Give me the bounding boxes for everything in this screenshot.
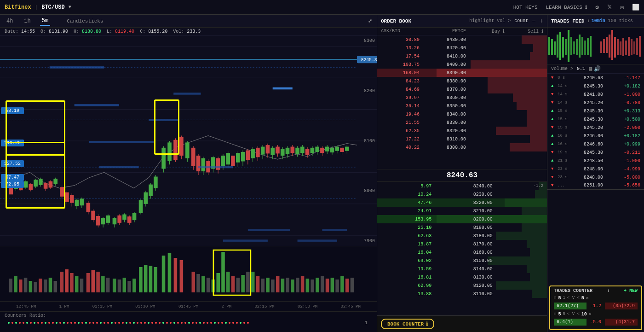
tf-age: 14 s (558, 92, 582, 97)
ratio-dot (184, 322, 186, 324)
svg-rect-171 (70, 273, 74, 292)
ratio-value: 1 (365, 320, 368, 326)
price-box-119: 119.22 (1, 140, 24, 146)
svg-rect-173 (80, 279, 84, 292)
ob-ask-price: 8390.00 (420, 70, 466, 76)
tf-dir-icon: ▼ (551, 150, 556, 155)
svg-rect-143 (345, 147, 349, 151)
svg-rect-237 (579, 35, 581, 58)
svg-rect-247 (614, 37, 616, 58)
ob-ask-vol: 13.26 (381, 46, 420, 51)
svg-rect-249 (620, 41, 621, 55)
svg-rect-73 (167, 142, 172, 161)
svg-rect-163 (29, 281, 33, 292)
tf-age: 15 s (558, 125, 582, 130)
ob-ask-row: 84.69 8370.00 (377, 85, 547, 93)
nav-learn-basics[interactable]: LEARN BASICS ℹ (546, 4, 587, 10)
svg-rect-215 (301, 276, 305, 292)
svg-rect-180 (118, 280, 121, 292)
ob-bid-vol: 24.91 (381, 209, 431, 214)
ratio-dot (225, 322, 227, 324)
ob-ask-price: 8420.00 (420, 46, 466, 51)
svg-rect-129 (310, 148, 315, 153)
tc-red-val-1: (35)72.9 (605, 303, 638, 309)
ob-ask-row: 40.22 8300.00 (377, 143, 547, 151)
tf-ticks: 100 ticks (608, 18, 633, 23)
svg-rect-29 (49, 181, 53, 188)
ob-bid-row: 153.95 8200.00 (377, 215, 547, 223)
svg-rect-226 (548, 37, 550, 55)
svg-rect-197 (216, 273, 220, 292)
ob-ask-vol: 84.69 (381, 87, 420, 92)
ratio-dot (148, 322, 150, 324)
ob-plus-btn[interactable]: + (540, 18, 543, 24)
tc-m2: m (554, 312, 556, 316)
svg-rect-148 (149, 119, 178, 121)
svg-rect-151 (223, 239, 268, 242)
nav-dropdown-arrow[interactable]: ▼ (69, 5, 71, 10)
expand-icon[interactable]: ⤢ (368, 18, 372, 24)
tf-trades-list: ▼ 8 s 8240.63 -1.147 ▲ 14 s 8245.30 +0.1… (547, 74, 644, 284)
tc-green-val-1: 62.1(27) (554, 303, 586, 309)
gear-icon[interactable]: ⚙ (595, 4, 599, 11)
tc-sep2: 5 (563, 312, 565, 316)
tf-price: 8248.50 (584, 158, 614, 163)
ob-bid-price: 8200.00 (431, 217, 492, 222)
tf-change: -2.000 (616, 125, 640, 130)
volume-chart (0, 246, 377, 302)
svg-rect-188 (162, 256, 166, 292)
svg-rect-23 (34, 180, 38, 186)
tc-v1: < V < (567, 296, 580, 300)
tab-5m[interactable]: 5m (40, 17, 50, 26)
candlestick-chart: 8245.30 (0, 36, 377, 246)
tf-change: -4.999 (616, 167, 640, 172)
left-price-58: 58.19 (1, 107, 24, 114)
tc-new-btn[interactable]: + NEW (624, 288, 638, 293)
nav-hotkeys[interactable]: HOT KEYS (513, 5, 538, 10)
ob-bid-vol: 16.81 (381, 275, 431, 280)
ratio-dot (67, 322, 69, 324)
ob-bid-row: 24.91 8210.00 (377, 207, 547, 215)
tf-trade-row: ▲ 15 s 8245.30 +0.500 (547, 115, 644, 123)
svg-rect-79 (185, 142, 190, 158)
svg-rect-177 (101, 276, 105, 292)
left-price-119: 119.22 (1, 140, 24, 146)
ob-minus-btn[interactable]: − (532, 18, 535, 24)
svg-rect-222 (335, 280, 339, 292)
ratio-dot (41, 322, 43, 324)
svg-rect-67 (149, 185, 153, 196)
tc-red-val-2: (4)31.7 (605, 319, 638, 326)
svg-rect-153 (273, 87, 293, 90)
ratio-dot (133, 322, 135, 324)
tc-close-1[interactable]: ✕ (586, 295, 589, 301)
tab-4h[interactable]: 4h (5, 17, 15, 25)
ob-bid-vol: 16.04 (381, 250, 431, 255)
svg-rect-231 (562, 37, 564, 58)
svg-rect-199 (226, 272, 230, 292)
tf-price: 8248.00 (584, 175, 614, 180)
svg-rect-71 (161, 148, 166, 169)
ratio-dot (126, 322, 127, 324)
tc-close-2[interactable]: ✕ (589, 311, 592, 317)
mail-icon[interactable]: ✉ (620, 4, 624, 11)
ratio-dot (45, 322, 46, 324)
tab-1h[interactable]: 1h (22, 17, 32, 25)
speaker-icon: 🔊 (594, 65, 601, 72)
svg-rect-21 (29, 184, 33, 190)
ratio-dot (236, 322, 238, 324)
svg-rect-236 (576, 39, 578, 55)
ratio-dots: 1 (5, 318, 372, 327)
tf-time-period[interactable]: 10min (592, 18, 605, 23)
time-2pm: 2 PM (221, 304, 231, 309)
svg-rect-211 (281, 279, 285, 292)
ratio-dot (74, 322, 76, 324)
tc-num-5-1: 5 (558, 296, 561, 301)
window-icon[interactable]: ⬜ (632, 4, 639, 11)
ob-bid-price: 8190.00 (431, 225, 492, 230)
nav-pair[interactable]: BTC/USD (41, 4, 64, 11)
ob-ask-price: 8410.00 (420, 54, 466, 59)
twitter-icon[interactable]: 𝕏 (607, 4, 612, 11)
ratio-dot (48, 322, 50, 324)
tf-vol-label: volume > (551, 66, 573, 71)
ob-bid-row: 62.63 8180.00 (377, 232, 547, 240)
